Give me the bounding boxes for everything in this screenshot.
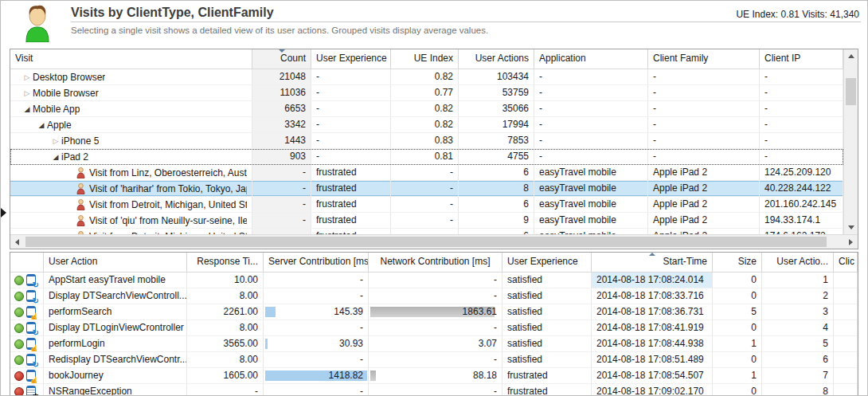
click-cell — [834, 352, 858, 367]
horizontal-scrollbar[interactable] — [10, 234, 858, 249]
col-header-network-contribution[interactable]: Network Contribution [ms] — [369, 253, 502, 272]
user-action-row[interactable]: performLogin 3565.00 30.93 3.07 satisfie… — [10, 336, 858, 352]
response-time-cell: 2261.00 — [187, 304, 264, 320]
col-header-user-action-number[interactable]: User Actio... — [762, 253, 834, 272]
scroll-down-icon[interactable] — [844, 221, 858, 234]
user-actions-cell: 4755 — [459, 149, 534, 164]
client-ip-cell: - — [760, 149, 843, 164]
response-time-cell: 1605.00 — [187, 368, 264, 383]
client-family-cell: Apple iPad 2 — [648, 197, 760, 212]
action-type-icon — [26, 370, 36, 382]
visit-row[interactable]: iPhone 5 1443 - 0.83 7853 - - - — [10, 133, 843, 149]
tree-caret-icon[interactable] — [22, 101, 33, 116]
client-family-cell: Apple iPad 2 — [648, 213, 760, 228]
client-family-cell: - — [648, 133, 760, 148]
visit-row[interactable]: Visit of 'qiu' from Neuilly-sur-seine, I… — [10, 213, 843, 229]
user-action-cell: Display DTSearchViewControll... — [44, 288, 187, 304]
tree-caret-icon[interactable] — [50, 133, 61, 148]
user-action-number-cell: 3 — [762, 304, 834, 320]
tree-caret-icon[interactable] — [36, 117, 47, 132]
status-dot-icon — [14, 339, 24, 349]
user-action-row[interactable]: Display DTSearchViewControll... 8.00 - -… — [10, 288, 858, 304]
col-header-size[interactable]: Size — [713, 253, 762, 272]
user-action-row[interactable]: Display DTLoginViewCrontroller 8.00 - - … — [10, 320, 858, 336]
vertical-scrollbar[interactable] — [843, 49, 858, 234]
visit-cell: Visit from Detroit, Michigan, United Sta… — [10, 197, 252, 212]
tree-indent — [15, 220, 65, 221]
visit-row[interactable]: Desktop Browser 21048 - 0.82 103434 - - … — [10, 69, 843, 85]
visit-row[interactable]: Apple 3342 - 0.82 17994 - - - — [10, 117, 843, 133]
start-time-cell: 2014-08-18 17:08:36.731 — [592, 304, 713, 320]
user-action-row[interactable]: performSearch 2261.00 145.39 1863.61 sat… — [10, 304, 858, 320]
status-cell — [10, 336, 44, 351]
network-contribution-cell: - — [369, 320, 502, 335]
col-header-count[interactable]: Count — [252, 49, 311, 69]
user-action-cell: Redisplay DTSearchViewContr... — [44, 352, 187, 367]
action-overlay-icon — [33, 393, 39, 396]
page-subtitle: Selecting a single visit shows a detaile… — [71, 22, 861, 35]
col-header-user-actions[interactable]: User Actions — [459, 49, 534, 69]
visit-row[interactable]: Visit of 'harihar' from Tokio, Tokyo, Ja… — [10, 181, 843, 197]
tree-indent — [15, 204, 65, 205]
client-family-cell: - — [648, 101, 760, 116]
action-overlay-icon — [33, 281, 39, 288]
visit-cell: Apple — [10, 117, 252, 132]
count-cell: 6653 — [252, 101, 311, 116]
splitter-collapse-arrow-icon[interactable] — [1, 208, 6, 218]
count-cell: - — [252, 197, 311, 212]
user-experience-cell: frustrated — [311, 181, 391, 196]
visit-cell: iPad 2 — [10, 149, 252, 164]
client-family-cell: - — [648, 149, 760, 164]
response-time-cell: - — [187, 384, 264, 396]
user-action-row[interactable]: NSRangeException - - - frustrated 2014-0… — [10, 384, 858, 396]
col-header-user-experience[interactable]: User Experience — [311, 49, 391, 69]
col-header-visit[interactable]: Visit — [10, 49, 252, 69]
status-cell — [10, 304, 44, 320]
tree-caret-icon[interactable] — [22, 69, 33, 84]
network-contribution-cell: - — [369, 352, 502, 367]
visit-row[interactable]: Visit from Detroit, Michigan, United Sta… — [10, 197, 843, 213]
application-cell: - — [534, 85, 648, 100]
col-header-start-time[interactable]: Start-Time — [592, 253, 713, 272]
visits-table-header: Visit Count User Experience UE Index Use… — [10, 49, 843, 69]
visit-row[interactable]: Mobile App 6653 - 0.82 35066 - - - — [10, 101, 843, 117]
user-action-cell: performSearch — [44, 304, 187, 320]
tree-caret-icon[interactable] — [50, 149, 61, 164]
user-experience-cell: satisfied — [502, 272, 592, 288]
col-header-client-family[interactable]: Client Family — [648, 49, 760, 69]
user-action-row[interactable]: bookJourney 1605.00 1418.82 88.18 frustr… — [10, 368, 858, 384]
count-cell: 11036 — [252, 85, 311, 100]
tree-caret-icon[interactable] — [22, 85, 33, 100]
col-header-user-experience[interactable]: User Experience — [502, 253, 592, 272]
user-action-row[interactable]: AppStart easyTravel mobile 10.00 - - sat… — [10, 272, 858, 288]
col-header-server-contribution[interactable]: Server Contribution [ms] — [264, 253, 369, 272]
visit-row[interactable]: Visit from Linz, Oberoesterreich, Austri… — [10, 165, 843, 181]
scroll-left-icon[interactable] — [10, 235, 24, 249]
application-cell: easyTravel mobile — [534, 213, 648, 228]
server-contribution-cell: - — [264, 272, 369, 288]
col-header-client-ip[interactable]: Client IP — [760, 49, 843, 69]
user-action-row[interactable]: Redisplay DTSearchViewContr... 8.00 - - … — [10, 352, 858, 368]
horizontal-scrollbar-thumb[interactable] — [25, 237, 827, 247]
scroll-right-icon[interactable] — [844, 235, 858, 249]
col-header-response-time[interactable]: Response Ti... — [187, 253, 264, 272]
visitor-icon — [76, 214, 87, 226]
col-header-status[interactable] — [10, 253, 44, 272]
user-experience-cell: - — [311, 85, 391, 100]
user-experience-cell: - — [311, 117, 391, 132]
col-header-user-action[interactable]: User Action — [44, 253, 187, 272]
vertical-scrollbar-thumb[interactable] — [846, 78, 856, 105]
visit-row[interactable]: iPad 2 903 - 0.81 4755 - - - — [10, 149, 843, 165]
size-cell: 0 — [713, 352, 762, 367]
visit-row[interactable]: Mobile Browser 11036 - 0.77 53759 - - - — [10, 85, 843, 101]
col-header-click[interactable]: Clic — [834, 253, 858, 272]
col-header-application[interactable]: Application — [534, 49, 648, 69]
status-dot-icon — [14, 308, 24, 317]
visit-cell: Visit from Linz, Oberoesterreich, Austri… — [10, 165, 252, 180]
scroll-up-icon[interactable] — [844, 49, 858, 63]
visit-cell: Mobile Browser — [10, 85, 252, 100]
col-header-ue-index[interactable]: UE Index — [391, 49, 459, 69]
user-action-number-cell: 6 — [762, 352, 834, 367]
visit-label: iPhone 5 — [61, 134, 99, 148]
response-time-cell: 8.00 — [187, 352, 264, 367]
